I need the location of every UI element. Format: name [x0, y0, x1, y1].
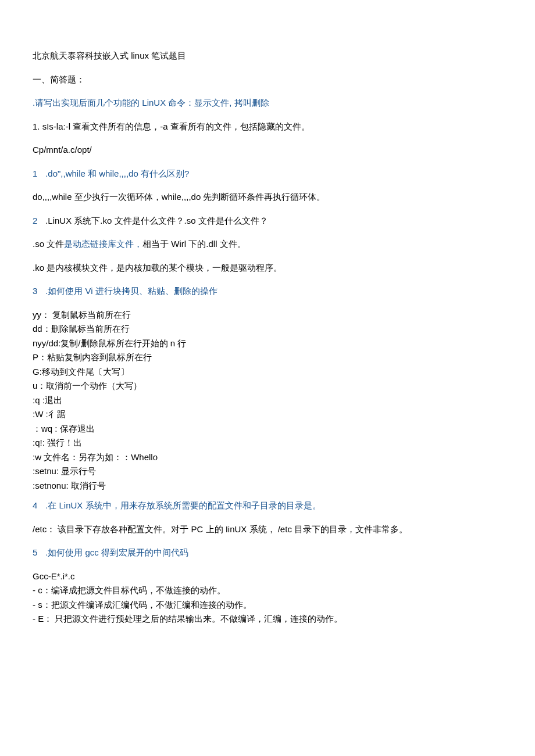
doc-title: 北京航天泰容科技嵌入式 linux 笔试题目	[33, 49, 502, 63]
question-1: 1 .do",,while 和 while,,,,do 有什么区别?	[33, 167, 502, 181]
vi-cmd: :q :退出	[33, 394, 502, 407]
gcc-head: Gcc-E*.i*.c	[33, 570, 502, 583]
answer-2-2: .ko 是内核模块文件，是内核加载的某个模块，一般是驱动程序。	[33, 261, 502, 275]
vi-cmd: u：取消前一个动作（大写）	[33, 379, 502, 393]
gcc-cmd: - s：把源文件编译成汇编代码，不做汇编和连接的动作。	[33, 599, 502, 612]
q3-a: .如何使用	[43, 286, 85, 296]
q1-a: .do",,while	[43, 169, 88, 178]
q2-num: 2	[33, 214, 43, 228]
q3-c: 进行块拷贝、粘贴、删除的操作	[93, 286, 217, 296]
q1-b: 和	[88, 169, 97, 178]
q1-c: while,,,,do	[97, 169, 141, 178]
vi-cmd: :w 文件名：另存为如：：Whello	[33, 451, 502, 464]
answer-1: do,,,,while 至少执行一次循环体，while,,,,do 先判断循环条…	[33, 191, 502, 204]
q3-num: 3	[33, 285, 43, 298]
section-head: 一、简答题：	[33, 73, 502, 87]
q1-num: 1	[33, 167, 43, 181]
a2-1-c: 相当于 Wirl 下的.dll 文件。	[142, 239, 246, 249]
q5-b: gcc	[85, 547, 99, 557]
q2-text: .LinUX 系统下.ko 文件是什么文件？.so 文件是什么文件？	[43, 216, 268, 225]
gcc-commands: Gcc-E*.i*.c - c：编译成把源文件目标代码，不做连接的动作。 - s…	[33, 570, 502, 626]
question-2: 2 .LinUX 系统下.ko 文件是什么文件？.so 文件是什么文件？	[33, 214, 502, 228]
vi-cmd: :q!: 强行！出	[33, 436, 502, 450]
q1-d: 有什么区别?	[141, 169, 189, 178]
question-5: 5 .如何使用 gcc 得到宏展开的中间代码	[33, 546, 502, 560]
question-4: 4 .在 LinUX 系统中，用来存放系统所需要的配置文件和子目录的目录是。	[33, 499, 502, 513]
q4-b: LinUX	[59, 500, 83, 510]
answer-0-1: 1. sIs-la:-l 查看文件所有的信息，-a 查看所有的文件，包括隐藏的文…	[33, 120, 502, 134]
q5-a: .如何使用	[43, 547, 85, 557]
question-3: 3 .如何使用 Vi 进行块拷贝、粘贴、删除的操作	[33, 285, 502, 298]
a2-1-a: .so 文件	[33, 239, 64, 249]
q0-c: 命令：显示文件, 拷叫删除	[166, 98, 269, 108]
q4-c: 系统中，用来存放系统所需要的配置文件和子目录的目录是。	[83, 500, 320, 510]
vi-commands: yy： 复制鼠标当前所在行 dd：删除鼠标当前所在行 nyy/dd:复制/删除鼠…	[33, 309, 502, 493]
vi-cmd: P：粘贴复制内容到鼠标所在行	[33, 351, 502, 364]
q3-b: Vi	[85, 286, 93, 296]
vi-cmd: ：wq : 保存退出	[33, 422, 502, 436]
answer-2-1: .so 文件是动态链接库文件，相当于 Wirl 下的.dll 文件。	[33, 238, 502, 251]
a2-1-b: 是动态链接库文件，	[64, 239, 142, 249]
vi-cmd: G:移动到文件尾〔大写〕	[33, 366, 502, 379]
q5-c: 得到宏展开的中间代码	[99, 547, 188, 557]
q4-num: 4	[33, 499, 43, 513]
q5-num: 5	[33, 546, 43, 560]
q4-a: .在	[43, 500, 59, 510]
answer-4: /etc： 该目录下存放各种配置文件。对于 PC 上的 IinUX 系统， /e…	[33, 523, 502, 536]
q0-b: LinUX	[142, 98, 166, 108]
vi-cmd: :setnonu: 取消行号	[33, 479, 502, 493]
vi-cmd: :W :彳踞	[33, 408, 502, 421]
q0-a: .请写出实现后面几个功能的	[33, 98, 142, 108]
vi-cmd: nyy/dd:复制/删除鼠标所在行开始的 n 行	[33, 337, 502, 350]
vi-cmd: yy： 复制鼠标当前所在行	[33, 309, 502, 322]
gcc-cmd: - E： 只把源文件进行预处理之后的结果输出来。不做编译，汇编，连接的动作。	[33, 612, 502, 626]
vi-cmd: dd：删除鼠标当前所在行	[33, 323, 502, 336]
question-0: .请写出实现后面几个功能的 LinUX 命令：显示文件, 拷叫删除	[33, 96, 502, 110]
answer-0-2: Cp/mnt/a.c/opt/	[33, 144, 502, 157]
vi-cmd: :setnu: 显示行号	[33, 465, 502, 478]
gcc-cmd: - c：编译成把源文件目标代码，不做连接的动作。	[33, 584, 502, 597]
